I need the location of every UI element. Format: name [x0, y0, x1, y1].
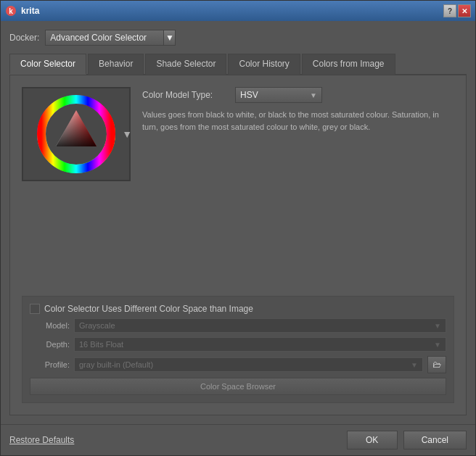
main-window: k krita ? ✕ Docker: Advanced Color Selec… [0, 0, 476, 456]
docker-dropdown-arrow-icon: ▼ [163, 30, 175, 45]
color-model-type-select[interactable]: HSV ▼ [235, 87, 322, 103]
color-space-browser-button[interactable]: Color Space Browser [30, 378, 446, 395]
docker-label: Docker: [9, 33, 39, 43]
tab-colors-from-image[interactable]: Colors from Image [302, 54, 395, 75]
depth-field-row: Depth: 16 Bits Float ▼ [30, 337, 446, 352]
app-icon: k [5, 5, 17, 17]
profile-field-arrow-icon: ▼ [411, 361, 418, 369]
color-model-type-value: HSV [240, 90, 310, 100]
color-model-section: ▼ Color Model Type: HSV ▼ Values goes fr… [22, 87, 454, 181]
color-model-type-arrow-icon: ▼ [310, 91, 317, 99]
model-field-label: Model: [30, 321, 70, 330]
color-model-controls: Color Model Type: HSV ▼ Values goes from… [142, 87, 454, 133]
tab-shade-selector[interactable]: Shade Selector [145, 54, 226, 75]
tabs-bar: Color Selector Behavior Shade Selector C… [9, 53, 467, 75]
profile-field-value: gray built-in (Default) [79, 360, 411, 369]
tab-content-color-selector: ▼ Color Model Type: HSV ▼ Values goes fr… [9, 75, 467, 415]
help-button[interactable]: ? [443, 4, 456, 17]
svg-text:k: k [9, 7, 13, 15]
restore-defaults-button[interactable]: Restore Defaults [9, 435, 74, 445]
profile-field-row: Profile: gray built-in (Default) ▼ 🗁 [30, 356, 446, 373]
tab-color-selector[interactable]: Color Selector [9, 54, 86, 75]
window-title: krita [21, 6, 39, 16]
color-model-description: Values goes from black to white, or blac… [142, 109, 454, 133]
color-wheel-svg [36, 94, 116, 174]
tab-shade-selector-label: Shade Selector [156, 59, 216, 69]
tab-behavior-label: Behavior [99, 59, 133, 69]
model-field-value: Grayscale [79, 321, 434, 330]
svg-marker-4 [56, 110, 97, 146]
color-wheel-expand-icon[interactable]: ▼ [122, 128, 132, 140]
tabs-container: Color Selector Behavior Shade Selector C… [9, 53, 467, 415]
depth-field-label: Depth: [30, 340, 70, 349]
model-field-select[interactable]: Grayscale ▼ [74, 318, 446, 333]
model-field-arrow-icon: ▼ [434, 322, 441, 330]
tab-color-history[interactable]: Color History [228, 54, 300, 75]
title-buttons: ? ✕ [443, 4, 471, 17]
color-space-checkbox-row: Color Selector Uses Different Color Spac… [30, 304, 446, 314]
bottom-right-buttons: OK Cancel [347, 431, 467, 449]
docker-row: Docker: Advanced Color Selector ▼ [9, 30, 467, 46]
tab-colors-from-image-label: Colors from Image [313, 59, 385, 69]
close-button[interactable]: ✕ [458, 4, 471, 17]
dialog-content: Docker: Advanced Color Selector ▼ Color … [1, 21, 475, 424]
tab-color-selector-label: Color Selector [20, 59, 75, 69]
folder-icon: 🗁 [432, 360, 441, 370]
bottom-bar: Restore Defaults OK Cancel [1, 424, 475, 455]
ok-button[interactable]: OK [347, 431, 398, 449]
folder-button[interactable]: 🗁 [427, 356, 446, 373]
title-bar: k krita ? ✕ [1, 1, 475, 21]
tab-color-history-label: Color History [239, 59, 289, 69]
depth-field-select[interactable]: 16 Bits Float ▼ [74, 337, 446, 352]
profile-field-label: Profile: [30, 360, 70, 369]
color-wheel-wrapper: ▼ [36, 94, 116, 174]
docker-select-value: Advanced Color Selector [50, 33, 157, 43]
depth-field-value: 16 Bits Float [79, 340, 434, 349]
color-wheel-container: ▼ [22, 87, 131, 181]
color-space-checkbox[interactable] [30, 304, 40, 314]
cancel-button[interactable]: Cancel [403, 431, 467, 449]
tab-behavior[interactable]: Behavior [88, 54, 144, 75]
model-field-row: Model: Grayscale ▼ [30, 318, 446, 333]
title-bar-left: k krita [5, 5, 39, 17]
color-space-checkbox-label: Color Selector Uses Different Color Spac… [44, 304, 253, 314]
spacer [22, 191, 454, 286]
color-space-section: Color Selector Uses Different Color Spac… [22, 296, 454, 403]
profile-field-select[interactable]: gray built-in (Default) ▼ [74, 357, 423, 372]
color-model-type-row: Color Model Type: HSV ▼ [142, 87, 454, 103]
docker-select[interactable]: Advanced Color Selector ▼ [45, 30, 176, 46]
color-model-type-label: Color Model Type: [142, 90, 229, 100]
depth-field-arrow-icon: ▼ [434, 341, 441, 349]
